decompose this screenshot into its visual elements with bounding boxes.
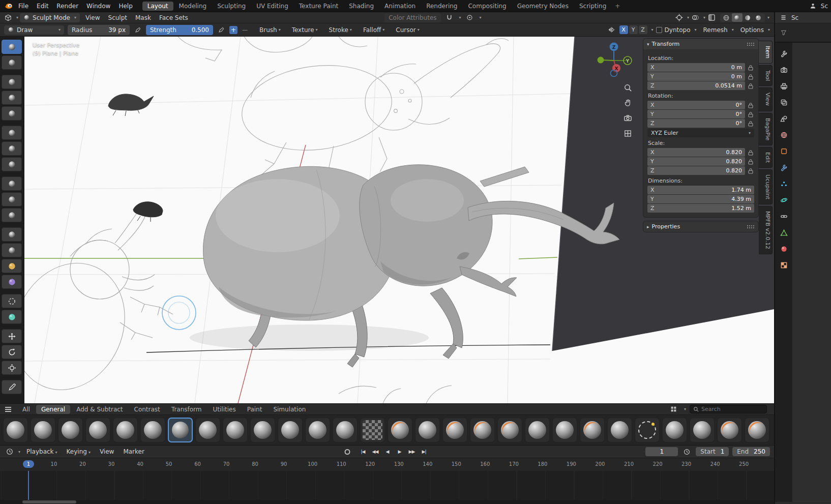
clock-icon[interactable] xyxy=(681,448,692,456)
sidebar-tab-bagapie[interactable]: BagaPie xyxy=(759,113,773,145)
frame-start-field[interactable]: Start 1 xyxy=(696,447,729,456)
scale-z-lock-icon[interactable] xyxy=(747,168,754,174)
workspace-tab-sculpting[interactable]: Sculpting xyxy=(212,2,251,11)
current-frame-indicator[interactable]: 1 xyxy=(23,460,34,468)
add-workspace-button[interactable]: + xyxy=(612,2,623,11)
current-frame-field[interactable]: 1 xyxy=(645,447,678,456)
shading-solid-icon[interactable] xyxy=(732,13,743,22)
brush-thumbnail-brush-16[interactable] xyxy=(415,418,440,442)
navigation-gizmo[interactable]: Z Y X xyxy=(594,40,634,79)
mirror-icon[interactable] xyxy=(606,25,617,34)
timeline-ruler[interactable]: 1 11020304050607080901001101201301401501… xyxy=(0,458,774,471)
previous-keyframe-button[interactable]: ◀◀ xyxy=(370,447,381,456)
radius-pressure-icon[interactable] xyxy=(133,25,142,35)
tool-clay-strips[interactable] xyxy=(2,91,22,105)
rotation-z-lock-icon[interactable] xyxy=(747,121,754,127)
workspace-tab-scripting[interactable]: Scripting xyxy=(574,2,611,11)
viewport-menu-sculpt[interactable]: Sculpt xyxy=(104,13,131,22)
snap-chevron-icon[interactable]: ▾ xyxy=(459,15,461,20)
tool-draw-sharp[interactable] xyxy=(2,55,22,70)
brush-thumbnail-brush-13[interactable] xyxy=(333,418,358,442)
tool-grab[interactable] xyxy=(2,227,22,242)
xray-toggle-icon[interactable] xyxy=(706,13,717,22)
next-keyframe-button[interactable]: ▶▶ xyxy=(406,447,418,456)
overlays-chevron-icon[interactable]: ▾ xyxy=(703,15,705,20)
add-brush-button[interactable]: + xyxy=(229,26,238,34)
rotation-y-field[interactable]: Y 0° xyxy=(647,110,745,118)
play-button[interactable]: ▶ xyxy=(394,447,405,456)
brush-thumbnail-brush-07[interactable] xyxy=(168,418,193,442)
shading-chevron-icon[interactable]: ▾ xyxy=(767,15,769,20)
rotation-z-field[interactable]: Z 0° xyxy=(647,119,745,128)
timeline-menu-marker[interactable]: Marker xyxy=(119,447,148,456)
proportional-edit-icon[interactable] xyxy=(464,13,475,22)
properties-content[interactable] xyxy=(792,43,831,502)
timeline-editor-chevron-icon[interactable]: ▾ xyxy=(18,450,20,454)
jump-to-end-button[interactable]: ▶| xyxy=(419,447,430,456)
brush-selector[interactable]: Draw ▾ xyxy=(4,25,64,35)
sidebar-tab-ucupaint[interactable]: Ucupaint xyxy=(759,169,773,204)
play-reverse-button[interactable]: ◀ xyxy=(382,447,393,456)
shelf-tab-simulation[interactable]: Simulation xyxy=(268,405,311,414)
tool-pinch[interactable] xyxy=(2,208,22,222)
gizmos-chevron-icon[interactable]: ▾ xyxy=(687,15,689,20)
remove-brush-button[interactable]: — xyxy=(241,26,249,33)
tool-scrape[interactable] xyxy=(2,192,22,206)
panel-grip-icon[interactable] xyxy=(747,225,755,229)
tool-draw[interactable] xyxy=(2,40,22,54)
properties-tab-material[interactable] xyxy=(777,243,790,254)
brush-thumbnail-brush-26[interactable] xyxy=(690,418,715,442)
brush-thumbnail-brush-10[interactable] xyxy=(250,418,275,442)
snap-icon[interactable] xyxy=(444,13,455,22)
timeline-menu-playback[interactable]: Playback▾ xyxy=(22,447,62,456)
workspace-tab-animation[interactable]: Animation xyxy=(379,2,421,11)
symmetry-chevron-icon[interactable]: ▾ xyxy=(651,27,654,32)
brush-thumbnail-brush-12[interactable] xyxy=(305,418,330,442)
zoom-button[interactable] xyxy=(621,81,634,94)
workspace-tab-compositing[interactable]: Compositing xyxy=(463,2,511,11)
brush-thumbnail-brush-17[interactable] xyxy=(442,418,467,442)
editor-type-chevron-icon[interactable]: ▾ xyxy=(16,15,18,20)
stroke-dropdown[interactable]: Stroke▾ xyxy=(326,25,355,35)
scale-x-field[interactable]: X 0.820 xyxy=(647,148,745,157)
brush-thumbnail-brush-01[interactable] xyxy=(3,418,28,442)
brush-thumbnail-brush-20[interactable] xyxy=(525,418,550,442)
ortho-grid-button[interactable] xyxy=(621,127,634,139)
frame-end-field[interactable]: End 250 xyxy=(732,447,770,456)
workspace-tab-texture-paint[interactable]: Texture Paint xyxy=(294,2,343,11)
falloff-dropdown[interactable]: Falloff▾ xyxy=(360,25,388,35)
strength-pressure-icon[interactable] xyxy=(217,25,226,35)
shading-rendered-icon[interactable] xyxy=(753,13,764,22)
tool-rotate[interactable] xyxy=(2,345,22,359)
tool-pose[interactable] xyxy=(2,259,22,273)
texture-dropdown[interactable]: Texture▾ xyxy=(289,25,321,35)
properties-tab-physics[interactable] xyxy=(777,194,790,205)
options-chevron-icon[interactable]: ▾ xyxy=(768,27,770,32)
tool-cloth[interactable] xyxy=(2,275,22,289)
brush-thumbnail-brush-08[interactable] xyxy=(195,418,220,442)
workspace-tab-modeling[interactable]: Modeling xyxy=(174,2,212,11)
symmetry-z-toggle[interactable]: Z xyxy=(639,25,647,34)
workspace-tab-uv-editing[interactable]: UV Editing xyxy=(251,2,293,11)
scene-selector[interactable]: Sc xyxy=(821,3,828,10)
viewport-menu-face-sets[interactable]: Face Sets xyxy=(155,13,192,22)
shelf-tab-utilities[interactable]: Utilities xyxy=(208,405,241,414)
brush-dropdown[interactable]: Brush▾ xyxy=(256,25,284,35)
brush-thumbnail-brush-23[interactable] xyxy=(607,418,632,442)
properties-tab-object[interactable] xyxy=(777,145,790,157)
brush-thumbnail-brush-27[interactable] xyxy=(717,418,742,442)
brush-thumbnail-brush-18[interactable] xyxy=(470,418,495,442)
panel-grip-icon[interactable] xyxy=(747,42,755,46)
timeline-track[interactable] xyxy=(0,471,774,500)
sidebar-tab-view[interactable]: View xyxy=(759,87,773,111)
rotation-x-field[interactable]: X 0° xyxy=(647,101,745,109)
search-input[interactable] xyxy=(701,406,761,412)
tool-layer[interactable] xyxy=(2,106,22,121)
show-gizmos-icon[interactable] xyxy=(674,13,685,22)
dyntopo-chevron-icon[interactable]: ▾ xyxy=(695,27,697,32)
tool-annotate[interactable] xyxy=(2,380,22,394)
shelf-tab-paint[interactable]: Paint xyxy=(242,405,268,414)
properties-tab-constraints[interactable] xyxy=(777,211,790,222)
menu-help[interactable]: Help xyxy=(114,2,136,11)
brush-thumbnail-brush-06[interactable] xyxy=(140,418,165,442)
